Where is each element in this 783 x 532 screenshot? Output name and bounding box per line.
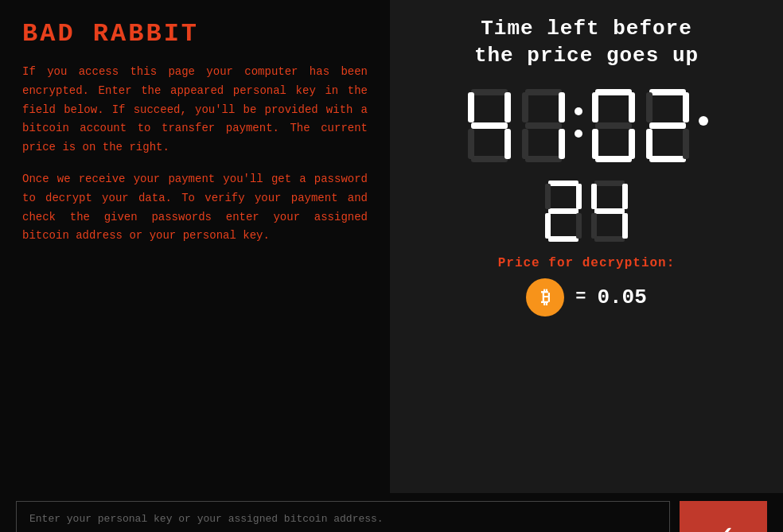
- right-panel: Time left before the price goes up: [390, 0, 783, 493]
- trailing-dot: [699, 116, 708, 135]
- digit-seconds-units: [589, 178, 630, 243]
- paragraph-1: If you access this page your computer ha…: [22, 63, 368, 157]
- minutes-digits: [589, 86, 692, 165]
- left-panel: BAD RABBIT If you access this page your …: [0, 0, 390, 493]
- bottom-section: ✓: [0, 493, 783, 532]
- price-value: 0.05: [597, 285, 646, 309]
- digit-hours-units: [519, 86, 568, 165]
- equals-sign: =: [575, 287, 586, 307]
- digit-seconds-tens: [543, 178, 584, 243]
- price-row: ₿ = 0.05: [526, 278, 647, 316]
- description-text: If you access this page your computer ha…: [22, 63, 368, 258]
- bitcoin-icon: ₿: [526, 278, 564, 316]
- clock-display: [465, 86, 708, 165]
- colon-separator: [575, 107, 582, 144]
- checkmark-icon: ✓: [710, 521, 737, 532]
- digit-minutes-tens: [589, 86, 638, 165]
- price-label: Price for decryption:: [498, 256, 676, 270]
- digit-hours-tens: [465, 86, 514, 165]
- personal-key-input[interactable]: [16, 501, 670, 532]
- page-title: BAD RABBIT: [22, 19, 368, 49]
- hours-digits: [465, 86, 568, 165]
- submit-button[interactable]: ✓: [680, 501, 767, 532]
- paragraph-2: Once we receive your payment you'll get …: [22, 170, 368, 246]
- timer-title: Time left before the price goes up: [474, 16, 699, 70]
- digit-minutes-units: [643, 86, 692, 165]
- seconds-display: [543, 178, 630, 243]
